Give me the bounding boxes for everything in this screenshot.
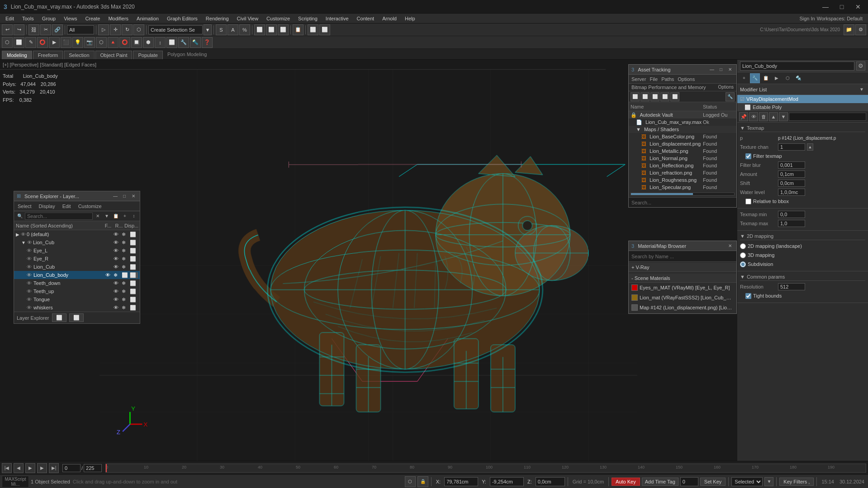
se-display[interactable]: Display: [37, 203, 57, 210]
tb2-btn11[interactable]: ⭕: [119, 37, 130, 48]
undo-button[interactable]: ↩: [2, 24, 13, 35]
at-menu-file[interactable]: File: [650, 76, 658, 82]
tab-objectpaint[interactable]: Object Paint: [95, 51, 133, 59]
mb-item-1[interactable]: Lion_mat (VRayFastSSS2) [Lion_Cub_body, …: [629, 293, 736, 303]
at-row-9[interactable]: 🖼 Lion_Roughness.png Found: [629, 176, 736, 184]
percent-snap-btn[interactable]: %: [239, 24, 250, 35]
shift-input[interactable]: [778, 180, 805, 187]
modifier-list-btn[interactable]: ▼: [858, 86, 865, 93]
menu-modifiers[interactable]: Modifiers: [104, 15, 132, 22]
se-select[interactable]: Select: [16, 203, 33, 210]
menu-interactive[interactable]: Interactive: [322, 15, 352, 22]
tb2-btn13[interactable]: ⬢: [143, 37, 154, 48]
align-btn[interactable]: ⬜: [266, 24, 277, 35]
at-row-7[interactable]: 🖼 Lion_Reflection.png Found: [629, 162, 736, 169]
tree-item-teeth-down[interactable]: 👁 Teeth_down 👁 ❄ ⬜: [14, 279, 140, 287]
menu-views[interactable]: Views: [60, 15, 81, 22]
scene-explorer-minimize[interactable]: —: [112, 193, 119, 200]
utilities-panel-btn[interactable]: 🔩: [793, 73, 803, 83]
timeline-play[interactable]: ▶: [25, 463, 35, 473]
timeline-prev-frame[interactable]: ◀: [14, 463, 24, 473]
menu-civil-view[interactable]: Civil View: [233, 15, 262, 22]
at-close[interactable]: ✕: [726, 66, 734, 73]
close-button[interactable]: ✕: [852, 0, 864, 13]
tight-bounds-check[interactable]: [745, 293, 751, 299]
tree-item-lion-cub-body[interactable]: 👁 Lion_Cub_body 👁 ❄ ⬜ ⬜: [14, 271, 140, 279]
layer-explorer-btn2[interactable]: ⬜: [69, 313, 84, 322]
object-name-input[interactable]: [740, 62, 854, 71]
se-tb-btn2[interactable]: ✕: [94, 212, 102, 220]
tree-item-lion-cub-obj[interactable]: 👁 Lion_Cub 👁 ❄ ⬜: [14, 263, 140, 271]
viewport[interactable]: [+] [Perspective] [Standard] [Edged Face…: [0, 60, 737, 461]
tb2-btn15[interactable]: ⬜: [166, 37, 177, 48]
at-row-3[interactable]: 🖼 Lion_BaseColor.png Found: [629, 133, 736, 140]
2d-landscape-radio[interactable]: [740, 243, 746, 249]
modifier-vray-displace[interactable]: ☑ VRayDisplacementMod: [737, 95, 868, 103]
at-row-4[interactable]: 🖼 Lion_displacement.png Found: [629, 140, 736, 147]
tb2-btn17[interactable]: 🔦: [190, 37, 201, 48]
mod-pin-btn[interactable]: 📌: [739, 112, 748, 121]
selected-dropdown[interactable]: Selected: [731, 477, 763, 486]
mb-scene-header[interactable]: - Scene Materials: [629, 274, 736, 283]
tree-item-eye-r[interactable]: 👁 Eye_R 👁 ❄ ⬜: [14, 255, 140, 263]
menu-group[interactable]: Group: [38, 15, 60, 22]
menu-scripting[interactable]: Scripting: [294, 15, 321, 22]
set-key-button[interactable]: Set Key: [700, 478, 726, 486]
tb2-btn6[interactable]: ⬛: [61, 37, 71, 48]
at-tb2[interactable]: ⬜: [640, 92, 650, 101]
relative-bbox-check[interactable]: [745, 199, 751, 204]
tree-item-eye-l[interactable]: 👁 Eye_L 👁 ❄ ⬜: [14, 246, 140, 255]
selected-chevron[interactable]: ▼: [764, 477, 773, 486]
at-row-0[interactable]: 🔒 Autodesk Vault Logged Ou: [629, 111, 736, 118]
move-button[interactable]: ✛: [110, 24, 121, 35]
total-frames-input[interactable]: [84, 464, 102, 472]
filter-texmap-check[interactable]: [745, 153, 751, 159]
mb-search-input[interactable]: [629, 251, 736, 262]
water-input[interactable]: [778, 189, 805, 196]
motion-panel-btn[interactable]: ▶: [772, 73, 782, 83]
texture-chan-up[interactable]: ▲: [807, 143, 813, 151]
display-panel-btn[interactable]: ⬡: [783, 73, 792, 83]
at-menu-paths[interactable]: Paths: [661, 76, 674, 82]
tb2-btn2[interactable]: ⬜: [14, 37, 24, 48]
mod-show-btn[interactable]: 👁: [749, 112, 758, 121]
object-name-btn[interactable]: ⚙: [856, 62, 865, 71]
scale-button[interactable]: ⬡: [133, 24, 144, 35]
path-btn[interactable]: 📁: [844, 24, 854, 35]
at-row-10[interactable]: 🖼 Lion_Specular.png Found: [629, 184, 736, 191]
tb2-btn3[interactable]: ✎: [25, 37, 36, 48]
modifier-editable-poly[interactable]: ⬜ Editable Poly: [737, 103, 868, 111]
tree-item-default[interactable]: ▶ 👁 0 (default) 👁 ❄ ⬜: [14, 230, 140, 238]
se-tb-btn3[interactable]: ▼: [103, 212, 111, 220]
tb2-btn4[interactable]: ⭕: [37, 37, 48, 48]
mb-vray-header[interactable]: + V-Ray: [629, 263, 736, 272]
menu-edit[interactable]: Edit: [2, 15, 18, 22]
subdivision-radio[interactable]: [740, 261, 746, 267]
se-tb-btn1[interactable]: 🔍: [16, 212, 24, 220]
timeline-next-key[interactable]: ▶|: [49, 463, 59, 473]
menu-animation[interactable]: Animation: [133, 15, 162, 22]
mirror-btn[interactable]: ⬜: [254, 24, 265, 35]
se-tb-btn5[interactable]: +: [121, 212, 129, 220]
mb-close[interactable]: ✕: [726, 242, 734, 250]
tree-item-whiskers[interactable]: 👁 whiskers 👁 ❄ ⬜: [14, 303, 140, 312]
create-panel-btn[interactable]: +: [739, 73, 749, 83]
tab-selection[interactable]: Selection: [64, 51, 94, 59]
current-frame-input[interactable]: [62, 464, 81, 472]
ribbon-btn[interactable]: ⬜: [308, 24, 318, 35]
create-selection-input[interactable]: [148, 25, 203, 34]
add-time-tag-btn[interactable]: Add Time Tag: [642, 478, 678, 486]
z-coord-input[interactable]: [536, 477, 565, 486]
mod-up-btn[interactable]: ▲: [769, 112, 778, 121]
create-selection-btn[interactable]: ▼: [204, 24, 212, 35]
menu-graph-editors[interactable]: Graph Editors: [163, 15, 201, 22]
tb2-btn1[interactable]: ⬡: [2, 37, 13, 48]
isolate-btn[interactable]: ⬡: [405, 476, 416, 487]
hierarchy-panel-btn[interactable]: 📋: [761, 73, 771, 83]
scene-explorer-close[interactable]: ✕: [130, 193, 137, 200]
redo-button[interactable]: ↪: [14, 24, 24, 35]
se-tb-btn4[interactable]: 📋: [112, 212, 120, 220]
se-search-input[interactable]: [25, 213, 93, 220]
x-coord-input[interactable]: [444, 477, 478, 486]
at-menu-options[interactable]: Options: [678, 76, 695, 82]
